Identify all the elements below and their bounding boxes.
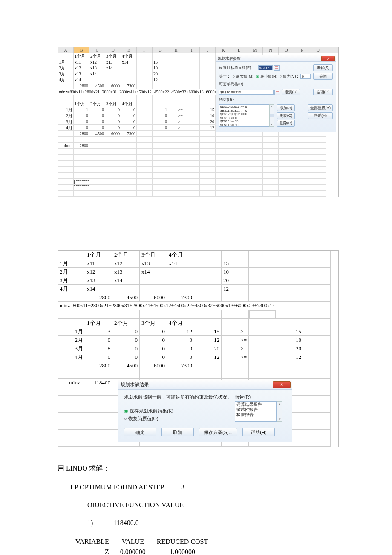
spreadsheet-cell[interactable] <box>105 167 121 173</box>
spreadsheet-cell[interactable]: 0 <box>112 336 140 344</box>
spreadsheet-cell[interactable] <box>137 119 153 125</box>
constraint-item[interactable]: $F$11 >= 10 <box>220 124 268 127</box>
spreadsheet-cell[interactable]: 0 <box>74 125 89 131</box>
spreadsheet-cell[interactable]: 0 <box>121 107 137 113</box>
constraints-listbox[interactable]: $B$10:$E$10 >= 0$B$11:$D$11 >= 0$B$12:$C… <box>219 104 269 127</box>
spreadsheet-cell[interactable] <box>184 107 200 113</box>
options-button[interactable]: 选项(O) <box>313 89 333 95</box>
spreadsheet-cell[interactable]: 7300 <box>167 293 194 302</box>
spreadsheet-cell[interactable] <box>105 77 121 83</box>
spreadsheet-cell[interactable] <box>58 161 74 167</box>
spreadsheet-cell[interactable] <box>200 185 216 191</box>
spreadsheet-cell[interactable]: x14 <box>105 65 121 71</box>
spreadsheet-cell[interactable]: x12 <box>85 268 112 276</box>
change-constraint-button[interactable]: 更改(C) <box>277 112 295 119</box>
spreadsheet-cell[interactable] <box>105 137 121 143</box>
spreadsheet-cell[interactable] <box>184 95 200 101</box>
spreadsheet-cell[interactable]: x14 <box>167 259 194 268</box>
spreadsheet-cell[interactable]: 2月 <box>58 65 74 71</box>
spreadsheet-cell[interactable] <box>89 179 105 185</box>
spreadsheet-cell[interactable]: 3个月 <box>140 251 167 259</box>
spreadsheet-cell[interactable]: 10 <box>200 113 216 119</box>
spreadsheet-cell[interactable] <box>200 149 216 155</box>
spreadsheet-cell[interactable] <box>168 83 184 89</box>
spreadsheet-cell[interactable] <box>216 161 231 167</box>
spreadsheet-cell[interactable] <box>294 137 310 143</box>
spreadsheet-cell[interactable] <box>216 149 231 155</box>
spreadsheet-cell[interactable] <box>85 421 112 430</box>
column-header[interactable]: C <box>89 47 105 53</box>
spreadsheet-cell[interactable] <box>303 361 331 370</box>
spreadsheet-cell[interactable] <box>303 353 331 361</box>
column-header[interactable]: N <box>263 47 279 53</box>
spreadsheet-cell[interactable] <box>200 137 216 143</box>
spreadsheet-cell[interactable] <box>194 285 222 293</box>
spreadsheet-cell[interactable] <box>263 137 279 143</box>
spreadsheet-cell[interactable]: 2月 <box>58 268 85 276</box>
spreadsheet-cell[interactable] <box>194 310 222 319</box>
spreadsheet-cell[interactable]: >= <box>168 113 184 119</box>
spreadsheet-cell[interactable] <box>168 95 184 101</box>
radio-restore-original[interactable]: 恢复为原值(O) <box>124 416 159 421</box>
spreadsheet-cell[interactable] <box>89 191 105 197</box>
spreadsheet-cell[interactable] <box>184 101 200 107</box>
spreadsheet-cell[interactable] <box>303 387 331 396</box>
spreadsheet-cell[interactable]: x13 <box>140 259 167 268</box>
column-header[interactable]: K <box>216 47 231 53</box>
spreadsheet-cell[interactable]: 1个月 <box>74 53 89 59</box>
spreadsheet-cell[interactable] <box>263 161 279 167</box>
spreadsheet-cell[interactable] <box>74 173 89 179</box>
spreadsheet-cell[interactable]: 0 <box>167 336 194 344</box>
spreadsheet-cell[interactable]: 0 <box>140 344 167 353</box>
spreadsheet-cell[interactable] <box>137 185 153 191</box>
spreadsheet-cell[interactable] <box>194 251 222 259</box>
spreadsheet-cell[interactable]: 2800 <box>74 131 89 137</box>
spreadsheet-cell[interactable] <box>200 59 216 65</box>
spreadsheet-cell[interactable] <box>303 430 331 438</box>
spreadsheet-cell[interactable]: 3月 <box>58 344 85 353</box>
spreadsheet-cell[interactable]: 1 <box>153 107 168 113</box>
spreadsheet-cell[interactable]: 0 <box>89 119 105 125</box>
spreadsheet-cell[interactable] <box>231 143 247 149</box>
spreadsheet-cell[interactable] <box>89 77 105 83</box>
spreadsheet-cell[interactable] <box>184 161 200 167</box>
spreadsheet-cell[interactable] <box>263 149 279 155</box>
spreadsheet-cell[interactable] <box>74 155 89 161</box>
spreadsheet-cell[interactable] <box>294 191 310 197</box>
spreadsheet-cell[interactable]: 1月 <box>58 259 85 268</box>
spreadsheet-cell[interactable] <box>247 155 263 161</box>
spreadsheet-cell[interactable] <box>121 155 137 161</box>
spreadsheet-cell[interactable]: 12 <box>153 77 168 83</box>
spreadsheet-cell[interactable]: 20 <box>276 344 303 353</box>
spreadsheet-cell[interactable] <box>276 285 303 293</box>
spreadsheet-cell[interactable] <box>153 167 168 173</box>
spreadsheet-cell[interactable]: 0 <box>140 353 167 361</box>
spreadsheet-cell[interactable] <box>249 285 276 293</box>
spreadsheet-cell[interactable] <box>167 276 194 285</box>
add-constraint-button[interactable]: 添加(A) <box>277 104 295 111</box>
spreadsheet-cell[interactable]: 10 <box>153 65 168 71</box>
spreadsheet-cell[interactable]: >= <box>222 327 249 336</box>
spreadsheet-cell[interactable] <box>105 179 121 185</box>
spreadsheet-cell[interactable] <box>58 361 85 370</box>
spreadsheet-cell[interactable] <box>303 421 331 430</box>
spreadsheet-cell[interactable] <box>137 95 153 101</box>
spreadsheet-cell[interactable] <box>121 65 137 71</box>
spreadsheet-cell[interactable] <box>137 161 153 167</box>
spreadsheet-cell[interactable]: x12 <box>89 59 105 65</box>
spreadsheet-cell[interactable] <box>121 173 137 179</box>
spreadsheet-cell[interactable] <box>89 185 105 191</box>
spreadsheet-cell[interactable] <box>294 149 310 155</box>
spreadsheet-cell[interactable]: x13 <box>89 65 105 71</box>
column-header[interactable]: J <box>200 47 216 53</box>
spreadsheet-cell[interactable]: 2800 <box>74 83 89 89</box>
spreadsheet-cell[interactable] <box>168 131 184 137</box>
spreadsheet-cell[interactable] <box>216 185 231 191</box>
ref-picker-icon[interactable] <box>274 90 280 95</box>
spreadsheet-cell[interactable] <box>58 310 85 319</box>
spreadsheet-cell[interactable]: 0 <box>153 119 168 125</box>
spreadsheet-cell[interactable] <box>303 404 331 413</box>
spreadsheet-cell[interactable] <box>105 149 121 155</box>
spreadsheet-cell[interactable] <box>58 319 85 327</box>
spreadsheet-cell[interactable] <box>121 143 137 149</box>
